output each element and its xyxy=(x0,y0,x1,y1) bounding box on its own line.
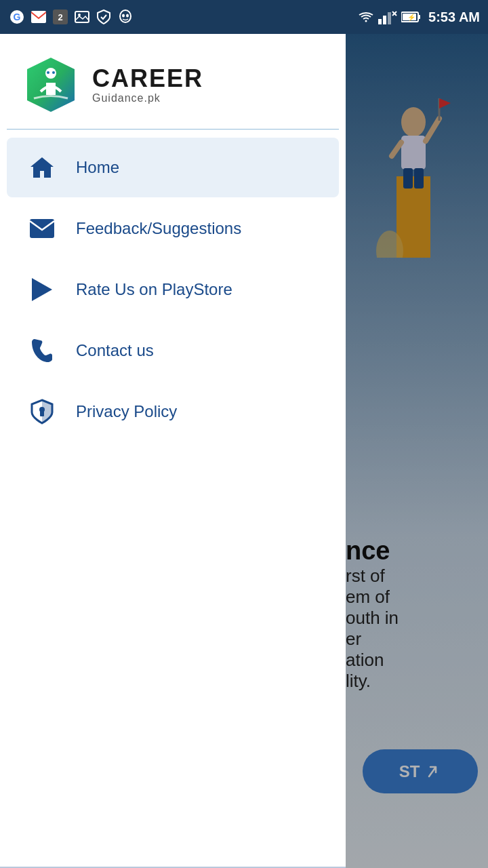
envelope-icon xyxy=(27,214,57,243)
logo-text-block: CAREER Guidance.pk xyxy=(92,65,203,104)
navigation-drawer: CAREER Guidance.pk Home Feedback/Sugges xyxy=(0,34,346,868)
logo-guidance-text: Guidance.pk xyxy=(92,92,203,104)
svg-rect-12 xyxy=(388,12,391,24)
signal-icon xyxy=(378,9,397,24)
svg-rect-11 xyxy=(383,16,386,24)
svg-rect-2 xyxy=(31,11,46,23)
nav-item-playstore[interactable]: Rate Us on PlayStore xyxy=(7,260,339,319)
svg-rect-5 xyxy=(75,12,89,22)
svg-point-8 xyxy=(122,14,125,18)
svg-text:⚡: ⚡ xyxy=(407,13,416,22)
image-icon xyxy=(73,8,91,26)
badge-icon: 2 xyxy=(52,8,69,26)
status-bar-right-icons: ⚡ 5:53 AM xyxy=(358,9,480,25)
nav-label-contact: Contact us xyxy=(76,341,154,360)
svg-rect-10 xyxy=(378,19,382,24)
svg-marker-33 xyxy=(30,157,54,178)
phone-icon xyxy=(27,336,57,366)
logo-career-text: CAREER xyxy=(92,65,203,92)
nav-item-contact[interactable]: Contact us xyxy=(7,321,339,380)
logo-section: CAREER Guidance.pk xyxy=(0,34,346,129)
nav-item-privacy[interactable]: Privacy Policy xyxy=(7,382,339,441)
nav-item-feedback[interactable]: Feedback/Suggestions xyxy=(7,199,339,258)
nav-label-home: Home xyxy=(76,158,119,177)
battery-icon: ⚡ xyxy=(401,11,422,23)
privacy-shield-icon xyxy=(27,397,57,427)
svg-text:2: 2 xyxy=(58,12,62,22)
svg-text:G: G xyxy=(14,12,21,22)
svg-marker-35 xyxy=(32,278,52,301)
svg-rect-34 xyxy=(30,219,54,238)
wifi-icon xyxy=(358,10,374,24)
status-bar-left-icons: G 2 xyxy=(8,8,134,26)
nav-label-playstore: Rate Us on PlayStore xyxy=(76,280,232,299)
status-bar: G 2 xyxy=(0,0,488,34)
play-icon xyxy=(27,275,57,304)
app-logo xyxy=(20,54,81,115)
nav-label-privacy: Privacy Policy xyxy=(76,402,177,421)
svg-point-32 xyxy=(52,71,55,74)
home-icon xyxy=(27,153,57,182)
status-time: 5:53 AM xyxy=(428,9,480,25)
svg-rect-16 xyxy=(418,15,420,19)
svg-point-31 xyxy=(47,71,49,74)
google-icon: G xyxy=(8,8,26,26)
nav-list: Home Feedback/Suggestions Rate Us on Pla… xyxy=(0,130,346,867)
svg-point-9 xyxy=(126,14,129,18)
shield-status-icon xyxy=(95,8,113,26)
svg-point-7 xyxy=(120,10,131,22)
nav-label-feedback: Feedback/Suggestions xyxy=(76,219,241,238)
gmail-icon xyxy=(30,8,47,26)
nav-item-home[interactable]: Home xyxy=(7,138,339,197)
svg-rect-37 xyxy=(40,411,44,416)
logo-divider xyxy=(7,129,339,130)
alien-icon xyxy=(117,8,134,26)
